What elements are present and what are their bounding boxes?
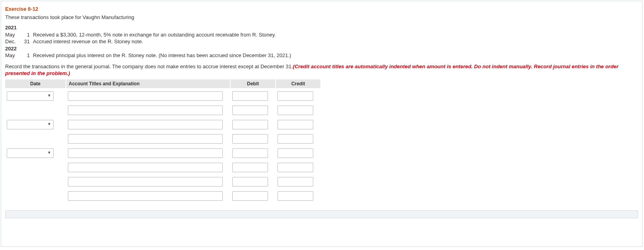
tx-desc: Received principal plus interest on the …: [33, 52, 293, 59]
date-select[interactable]: [7, 91, 54, 101]
debit-input[interactable]: [232, 148, 268, 158]
tx-day: 31: [21, 38, 33, 45]
transaction-row: May 1 Received a $3,300, 12-month, 5% no…: [5, 31, 293, 38]
credit-input[interactable]: [278, 163, 313, 172]
cell-acct: [66, 89, 231, 103]
cell-date: ▼: [5, 89, 66, 103]
cell-acct: [66, 132, 231, 146]
col-header-debit: Debit: [231, 79, 276, 89]
account-input[interactable]: [68, 91, 223, 101]
cell-debit: [231, 160, 276, 175]
debit-input[interactable]: [232, 106, 268, 115]
cell-credit: [276, 103, 321, 117]
cell-credit: [276, 146, 321, 160]
debit-input[interactable]: [232, 120, 268, 129]
cell-credit: [276, 160, 321, 175]
prompt-plain: Record the transactions in the general j…: [5, 63, 293, 69]
journal-row: [5, 160, 321, 175]
tx-month: May: [5, 31, 21, 38]
col-header-acct: Account Titles and Explanation: [66, 79, 231, 89]
tx-month: Dec.: [5, 38, 21, 45]
year-label: 2022: [5, 45, 293, 52]
tx-day: 1: [21, 52, 33, 59]
cell-credit: [276, 132, 321, 146]
journal-row: ▼: [5, 89, 321, 103]
transaction-row: Dec. 31 Accrued interest revenue on the …: [5, 38, 293, 45]
debit-input[interactable]: [232, 177, 268, 187]
account-input[interactable]: [68, 134, 223, 144]
cell-acct: [66, 175, 231, 189]
journal-row: ▼: [5, 146, 321, 160]
transaction-row: May 1 Received principal plus interest o…: [5, 52, 293, 59]
credit-input[interactable]: [278, 106, 313, 115]
cell-date: ▼: [5, 146, 66, 160]
credit-input[interactable]: [278, 177, 313, 187]
cell-debit: [231, 189, 276, 203]
tx-desc: Accrued interest revenue on the R. Stone…: [33, 38, 293, 45]
account-input[interactable]: [68, 148, 223, 158]
prompt-text: Record the transactions in the general j…: [5, 63, 638, 77]
year-label: 2021: [5, 24, 293, 31]
date-select[interactable]: [7, 148, 54, 158]
cell-date: [5, 103, 66, 117]
exercise-title: Exercise 8-12: [5, 6, 638, 12]
journal-row: ▼: [5, 117, 321, 132]
cell-debit: [231, 103, 276, 117]
transactions-table: 2021 May 1 Received a $3,300, 12-month, …: [5, 24, 293, 59]
footer-bar: [5, 210, 638, 218]
col-header-date: Date: [5, 79, 66, 89]
cell-credit: [276, 175, 321, 189]
cell-acct: [66, 103, 231, 117]
cell-credit: [276, 189, 321, 203]
cell-credit: [276, 89, 321, 103]
credit-input[interactable]: [278, 148, 313, 158]
account-input[interactable]: [68, 177, 223, 187]
cell-date: [5, 132, 66, 146]
journal-table: Date Account Titles and Explanation Debi…: [5, 79, 321, 203]
account-input[interactable]: [68, 191, 223, 201]
cell-credit: [276, 117, 321, 132]
date-select[interactable]: [7, 120, 54, 129]
account-input[interactable]: [68, 163, 223, 172]
journal-row: [5, 132, 321, 146]
col-header-credit: Credit: [276, 79, 321, 89]
cell-debit: [231, 132, 276, 146]
journal-row: [5, 189, 321, 203]
cell-date: [5, 189, 66, 203]
cell-acct: [66, 117, 231, 132]
tx-day: 1: [21, 31, 33, 38]
journal-row: [5, 175, 321, 189]
credit-input[interactable]: [278, 91, 313, 101]
cell-debit: [231, 146, 276, 160]
cell-debit: [231, 89, 276, 103]
account-input[interactable]: [68, 106, 223, 115]
tx-month: May: [5, 52, 21, 59]
cell-acct: [66, 189, 231, 203]
cell-acct: [66, 146, 231, 160]
cell-debit: [231, 117, 276, 132]
credit-input[interactable]: [278, 191, 313, 201]
tx-desc: Received a $3,300, 12-month, 5% note in …: [33, 31, 293, 38]
debit-input[interactable]: [232, 163, 268, 172]
debit-input[interactable]: [232, 191, 268, 201]
credit-input[interactable]: [278, 120, 313, 129]
debit-input[interactable]: [232, 134, 268, 144]
journal-row: [5, 103, 321, 117]
cell-date: ▼: [5, 117, 66, 132]
exercise-frame: Exercise 8-12 These transactions took pl…: [1, 1, 642, 247]
cell-date: [5, 160, 66, 175]
cell-debit: [231, 175, 276, 189]
debit-input[interactable]: [232, 91, 268, 101]
account-input[interactable]: [68, 120, 223, 129]
intro-text: These transactions took place for Vaughn…: [5, 14, 638, 20]
credit-input[interactable]: [278, 134, 313, 144]
cell-acct: [66, 160, 231, 175]
cell-date: [5, 175, 66, 189]
